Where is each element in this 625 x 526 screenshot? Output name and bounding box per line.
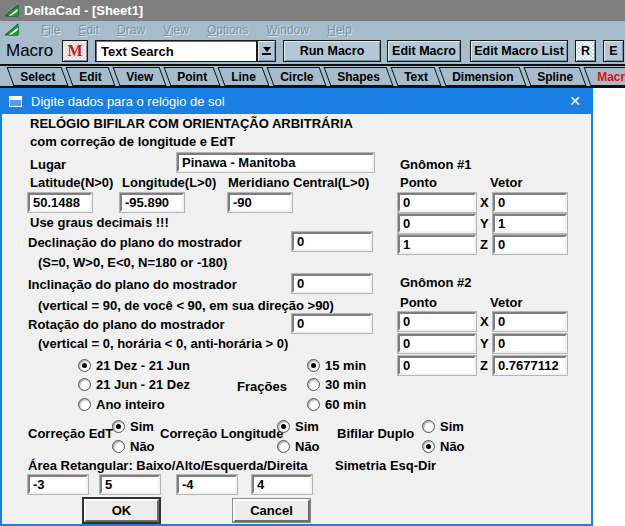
menu-help[interactable]: Help <box>327 23 352 37</box>
menu-file[interactable]: File <box>41 23 60 37</box>
macro-m-button[interactable]: M <box>62 40 88 62</box>
radio-edt-nao[interactable]: Não <box>112 439 155 454</box>
declinacao-input[interactable] <box>292 232 372 251</box>
radio-label: Não <box>440 439 465 454</box>
radio-label: Não <box>295 439 320 454</box>
tab-line[interactable]: Line <box>218 67 270 86</box>
radio-longitude-sim[interactable]: Sim <box>277 419 319 434</box>
dialog-titlebar: Digite dados para o relógio de sol ✕ <box>0 88 593 114</box>
r-button[interactable]: R <box>575 40 596 62</box>
gnomon2-ponto-x-input[interactable] <box>398 312 476 331</box>
radio-21dez-21jun[interactable]: 21 Dez - 21 Jun <box>78 358 190 373</box>
radio-edt-sim[interactable]: Sim <box>112 419 154 434</box>
radio-icon <box>277 420 290 433</box>
deltacad-logo-icon <box>4 4 19 17</box>
macro-search-input[interactable] <box>95 40 257 62</box>
gnomon1-vetor-x-input[interactable] <box>493 193 567 212</box>
menu-draw[interactable]: Draw <box>117 23 145 37</box>
correcao-edt-label: Correção EdT <box>28 426 113 441</box>
tab-dimension[interactable]: Dimension <box>438 67 526 86</box>
bifilar-duplo-label: Bifilar Duplo <box>337 426 414 441</box>
inclinacao-input[interactable] <box>292 274 372 293</box>
radio-15min[interactable]: 15 min <box>307 358 366 373</box>
gnomon2-vetor-z-input[interactable] <box>493 356 567 375</box>
gnomon1-ponto-z-input[interactable] <box>398 235 476 254</box>
lugar-input[interactable] <box>177 153 374 172</box>
close-icon[interactable]: ✕ <box>569 93 581 109</box>
radio-60min[interactable]: 60 min <box>307 397 366 412</box>
latitude-input[interactable] <box>28 193 92 212</box>
tab-spline[interactable]: Spline <box>524 67 587 86</box>
menu-bar: File Edit Draw View Options Window Help <box>0 21 625 38</box>
meridiano-input[interactable] <box>228 193 292 212</box>
gnomon1-axis-x-label: X <box>480 195 489 210</box>
declinacao-label: Declinação do plano do mostrador <box>28 235 242 250</box>
gnomon1-ponto-y-input[interactable] <box>398 214 476 233</box>
radio-label: Ano inteiro <box>96 397 165 412</box>
screen: DeltaCad - [Sheet1] File Edit Draw View … <box>0 0 625 526</box>
ok-button[interactable]: OK <box>84 499 159 522</box>
radio-30min[interactable]: 30 min <box>307 377 366 392</box>
drawing-canvas[interactable] <box>593 88 625 526</box>
gnomon1-axis-y-label: Y <box>480 216 489 231</box>
tab-text[interactable]: Text <box>390 67 441 86</box>
tab-point[interactable]: Point <box>164 67 221 86</box>
declinacao-hint: (S=0, W>0, E<0, N=180 or -180) <box>38 255 227 270</box>
area-baixo-input[interactable] <box>28 475 88 494</box>
radio-ano-inteiro[interactable]: Ano inteiro <box>78 397 165 412</box>
gnomon1-ponto-header: Ponto <box>400 175 437 190</box>
e-button[interactable]: E <box>603 40 624 62</box>
gnomon2-ponto-z-input[interactable] <box>398 356 476 375</box>
latitude-label: Latitude(N>0) <box>30 175 113 190</box>
tab-label: Text <box>404 69 428 83</box>
tab-select[interactable]: Select <box>7 67 69 86</box>
gnomon1-vetor-y-input[interactable] <box>493 214 567 233</box>
macro-toolbar: Macro M Run Macro Edit Macro Edit Macro … <box>0 38 625 64</box>
gnomon1-vetor-z-input[interactable] <box>493 235 567 254</box>
cancel-button[interactable]: Cancel <box>233 499 310 522</box>
radio-label: Sim <box>130 419 154 434</box>
radio-label: Sim <box>440 419 464 434</box>
edit-macro-button[interactable]: Edit Macro <box>387 40 461 62</box>
rotacao-input[interactable] <box>292 314 372 333</box>
gnomon2-ponto-y-input[interactable] <box>398 334 476 353</box>
gnomon1-ponto-x-input[interactable] <box>398 193 476 212</box>
tab-label: Line <box>231 69 256 83</box>
radio-longitude-nao[interactable]: Não <box>277 439 320 454</box>
app-titlebar: DeltaCad - [Sheet1] <box>0 0 625 21</box>
radio-bifilar-nao[interactable]: Não <box>422 439 465 454</box>
tab-macro[interactable]: Macro <box>584 67 625 86</box>
tab-label: Macro <box>597 69 625 83</box>
menu-window[interactable]: Window <box>266 23 309 37</box>
tab-circle[interactable]: Circle <box>266 67 326 86</box>
radio-icon <box>78 359 91 372</box>
menu-view[interactable]: View <box>163 23 189 37</box>
radio-21jun-21dez[interactable]: 21 Jun - 21 Dez <box>78 377 190 392</box>
edit-macro-list-button[interactable]: Edit Macro List <box>470 40 568 62</box>
radio-bifilar-sim[interactable]: Sim <box>422 419 464 434</box>
radio-icon <box>422 440 435 453</box>
area-direita-input[interactable] <box>252 475 312 494</box>
tab-view[interactable]: View <box>113 67 167 86</box>
longitude-label: Longitude(L>0) <box>122 175 216 190</box>
radio-label: 21 Dez - 21 Jun <box>96 358 190 373</box>
longitude-input[interactable] <box>120 193 184 212</box>
gnomon2-vetor-y-input[interactable] <box>493 334 567 353</box>
radio-icon <box>277 440 290 453</box>
radio-label: 30 min <box>325 377 366 392</box>
area-esquerda-input[interactable] <box>177 475 237 494</box>
lugar-label: Lugar <box>30 157 66 172</box>
tab-shapes[interactable]: Shapes <box>324 67 394 86</box>
gnomon2-vetor-x-input[interactable] <box>493 312 567 331</box>
area-alto-input[interactable] <box>100 475 160 494</box>
tab-bar: Select Edit View Point Line Circle Shape… <box>0 64 625 88</box>
use-graus-note: Use graus decimais !!! <box>30 215 169 230</box>
menu-options[interactable]: Options <box>207 23 248 37</box>
tab-edit[interactable]: Edit <box>66 67 116 86</box>
radio-label: 60 min <box>325 397 366 412</box>
menu-edit[interactable]: Edit <box>78 23 99 37</box>
dialog-title: Digite dados para o relógio de sol <box>31 94 225 109</box>
simetria-label: Simetria Esq-Dir <box>335 458 436 473</box>
combo-dropdown-button[interactable] <box>257 40 276 62</box>
run-macro-button[interactable]: Run Macro <box>283 40 381 62</box>
